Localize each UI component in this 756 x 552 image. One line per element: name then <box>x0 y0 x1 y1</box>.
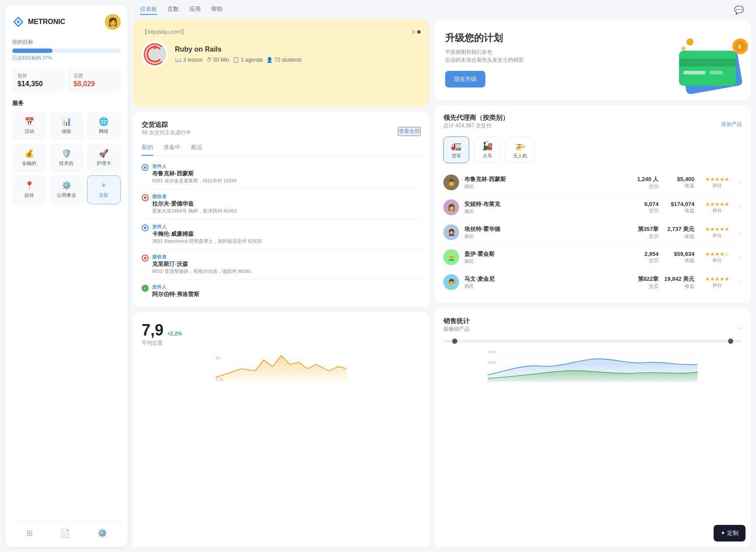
service-item-insurance[interactable]: 📊 保险 <box>49 112 83 140</box>
agent-rev-val-4: $59,634 <box>664 251 694 257</box>
sales-more-icon[interactable]: ··· <box>737 325 742 331</box>
document-icon[interactable]: 📄 <box>60 528 70 538</box>
service-item-care[interactable]: 🚀 护理卡 <box>87 143 121 172</box>
service-item-utility[interactable]: ⚙️ 公用事业 <box>49 175 83 204</box>
agent-tabs: 🚛 货车 🚂 火车 🚁 无人机 <box>443 136 742 163</box>
service-item-reception[interactable]: 📍 款待 <box>12 175 46 204</box>
settings-icon[interactable]: ⚙️ <box>98 528 107 538</box>
score-value: 7,9 <box>142 321 164 339</box>
agent-rating-2: ★★★★★ 评分 <box>700 201 735 214</box>
app-name: METRONIC <box>28 18 65 26</box>
agent-rating-label-4: 评分 <box>700 257 735 264</box>
svg-text:$: $ <box>738 44 741 50</box>
delivery-tabs: 新的 准备中 船运 <box>142 143 421 156</box>
agent-transactions-3: 第357章 交贝 <box>628 225 658 240</box>
service-item-network[interactable]: 🌐 网络 <box>87 112 121 140</box>
agent-rating-4: ★★★★☆ 评分 <box>700 251 735 264</box>
reception-icon: 📍 <box>24 181 34 190</box>
tab-preparing[interactable]: 准备中 <box>164 143 181 156</box>
agent-tab-truck[interactable]: 🚛 货车 <box>443 136 469 163</box>
svg-point-13 <box>686 38 693 45</box>
meta-lesson: 📖 3 lesson <box>175 57 203 63</box>
svg-point-14 <box>681 46 686 51</box>
agent-tab-drone[interactable]: 🚁 无人机 <box>505 136 535 163</box>
receiver-name-2: 克里斯汀·沃森 <box>152 260 251 268</box>
meta-time: ⏱ 50 Min <box>206 57 229 63</box>
agent-arrow-2[interactable]: › <box>740 204 742 211</box>
nav-pages[interactable]: 页数 <box>167 5 179 15</box>
upgrade-button[interactable]: 现在升级 <box>445 71 485 87</box>
agent-arrow-4[interactable]: › <box>740 254 742 261</box>
tech-label: 技术的 <box>59 160 73 167</box>
avatar[interactable]: 👩 <box>105 14 121 30</box>
expense-card: 花费 $8,029 <box>68 68 121 92</box>
insurance-icon: 📊 <box>62 117 71 126</box>
truck-icon: 🚛 <box>451 140 462 151</box>
agent-rating-label-3: 评分 <box>700 232 735 239</box>
agent-rating-1: ★★★★★ 评分 <box>700 176 735 189</box>
dot-blue-1 <box>142 164 149 171</box>
agent-stars-2: ★★★★★ <box>700 201 735 207</box>
goal-section: 你的目标 已达到目标的 37% <box>12 38 121 61</box>
agent-region-2: 南区 <box>464 208 623 215</box>
nav-help[interactable]: 帮助 <box>211 5 223 15</box>
service-item-activity[interactable]: 📅 活动 <box>12 112 46 140</box>
agent-rev-val-3: 2,737 美元 <box>664 225 694 233</box>
agent-row-5: 👨 马文·麦金尼 南区 第822章 交贝 19,842 美元 收益 ★★★★ <box>443 270 742 294</box>
delivery-info-1: 发件人 布鲁克林·西蒙斯 6391 埃尔金圣塞莱斯，特拉华州 10299 <box>152 163 237 184</box>
course-url-text: 【biqubiqu.com】 <box>142 28 187 36</box>
view-all-button[interactable]: 查看全部 <box>398 127 421 136</box>
nav-apps[interactable]: 应用 <box>189 5 201 15</box>
budget-label: 预算 <box>17 73 59 79</box>
meta-agenda: 📋 1 agenda <box>233 57 263 63</box>
course-url-bar: 【biqubiqu.com】 <box>142 28 421 36</box>
agent-tab-train[interactable]: 🚂 火车 <box>474 136 500 163</box>
agent-stars-1: ★★★★★ <box>700 176 735 182</box>
notification-icon[interactable]: 💬 <box>734 5 744 15</box>
customize-button[interactable]: ✦ 定制 <box>714 525 746 542</box>
drone-label: 无人机 <box>513 153 527 159</box>
course-meta: 📖 3 lesson ⏱ 50 Min 📋 1 agenda 👤 72 stud… <box>175 57 302 63</box>
sales-chart: 3,000 2,500 <box>443 347 742 382</box>
agent-trans-val-5: 第822章 <box>628 275 658 283</box>
agent-rev-val-5: 19,842 美元 <box>664 275 694 283</box>
receiver-name-1: 拉尔夫·爱德华兹 <box>152 200 237 208</box>
score-change: +2.2% <box>167 331 182 337</box>
agent-avatar-2: 👩 <box>443 199 459 215</box>
agent-region-3: 南区 <box>464 233 623 240</box>
agent-arrow-3[interactable]: › <box>740 229 742 236</box>
tab-shipping[interactable]: 船运 <box>191 143 202 156</box>
agent-rating-label-2: 评分 <box>700 207 735 214</box>
chart-range-slider[interactable] <box>443 340 742 342</box>
delivery-info-4: 接收者 克里斯汀·沃森 8502 普雷斯顿路，英格尔伍德，缅因州 98380 <box>152 254 251 275</box>
agent-region-1: 南区 <box>464 183 623 190</box>
service-item-tech[interactable]: 🛡️ 技术的 <box>49 143 83 172</box>
delivery-item-2: 接收者 拉尔夫·爱德华兹 星家大道2464号 梅萨，新泽西州 45463 <box>142 193 421 214</box>
agent-row-4: 👨‍🦲 盖伊·霍金斯 南区 2,954 交贝 $59,634 收益 ★★★ <box>443 245 742 270</box>
layers-icon[interactable]: ⊞ <box>26 528 33 538</box>
dot-green-1: ✓ <box>142 285 149 292</box>
tab-new[interactable]: 新的 <box>142 143 153 156</box>
dot1 <box>412 30 415 34</box>
service-item-finance[interactable]: 💰 金融的 <box>12 143 46 172</box>
agent-avatar-4: 👨‍🦲 <box>443 249 459 265</box>
nav-dashboard[interactable]: 仪表板 <box>140 5 157 15</box>
agent-avatar-1: 👨 <box>443 175 459 190</box>
agent-arrow-5[interactable]: › <box>740 279 742 286</box>
service-item-add[interactable]: + 添新 <box>87 175 121 204</box>
agents-title: 领先代理商（按类别） <box>443 114 509 122</box>
agent-info-4: 盖伊·霍金斯 南区 <box>464 250 623 265</box>
agent-stars-3: ★★★★★ <box>700 226 735 232</box>
dot2 <box>417 30 421 34</box>
dot-blue-2 <box>142 224 149 231</box>
upgrade-illustration: $ <box>670 33 740 86</box>
utility-icon: ⚙️ <box>62 181 71 190</box>
sales-card: 销售统计 最畅销产品 ··· <box>435 308 751 547</box>
content-left: 【biqubiqu.com】 Ruby on Rails 📖 3 le <box>133 19 429 547</box>
agent-region-5: 南区 <box>464 283 623 290</box>
dot-red-1 <box>142 194 149 201</box>
meta-students: 👤 72 students <box>266 57 302 63</box>
add-product-button[interactable]: 添加产品 <box>721 121 742 128</box>
agent-arrow-1[interactable]: › <box>740 179 742 186</box>
sender-name-2: 卡梅伦·威廉姆森 <box>152 230 261 238</box>
